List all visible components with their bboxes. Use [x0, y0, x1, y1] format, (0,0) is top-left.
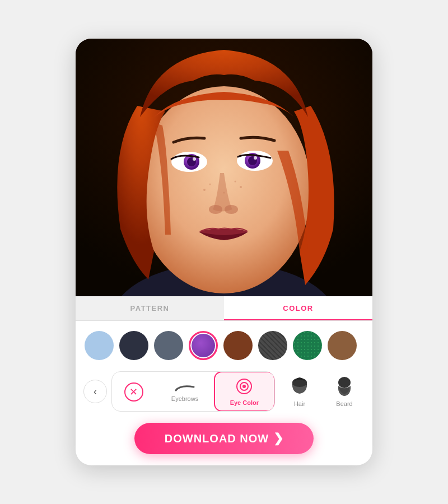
svg-point-16 — [240, 186, 242, 188]
tab-color[interactable]: COLOR — [224, 296, 372, 320]
eye-color-icon — [234, 378, 254, 397]
bottom-tools: ‹ ✕ Eyebrows — [76, 368, 372, 414]
svg-point-24 — [338, 377, 351, 388]
svg-point-17 — [235, 181, 236, 183]
back-button[interactable]: ‹ — [83, 380, 107, 403]
tool-item-eye-color[interactable]: Eye Color — [214, 371, 275, 412]
tool-item-beard[interactable]: Beard — [324, 371, 365, 412]
tab-pattern[interactable]: PATTERN — [76, 296, 224, 320]
app-container: PATTERN COLOR ‹ ✕ — [76, 39, 372, 465]
swatch-warm-brown[interactable] — [328, 331, 357, 360]
chevron-left-icon: ‹ — [94, 386, 97, 398]
eyebrows-label: Eyebrows — [171, 395, 198, 402]
hair-icon — [290, 377, 310, 398]
svg-point-14 — [203, 189, 206, 191]
tool-group: ✕ Eyebrows — [111, 371, 275, 412]
swatch-slate-gray[interactable] — [154, 331, 183, 360]
svg-point-13 — [225, 205, 238, 214]
eye-color-label: Eye Color — [230, 399, 259, 406]
color-swatches — [76, 321, 372, 368]
swatch-dark-gray[interactable] — [258, 331, 287, 360]
face-image — [76, 39, 372, 296]
eyebrows-icon — [175, 382, 195, 394]
tabs-row: PATTERN COLOR — [76, 296, 372, 321]
tool-item-hair[interactable]: Hair — [279, 371, 320, 412]
right-tools: Hair Beard — [279, 371, 365, 412]
swatch-light-blue[interactable] — [85, 331, 114, 360]
svg-point-7 — [193, 157, 196, 161]
download-arrow-icon: ❯ — [273, 431, 283, 446]
svg-point-21 — [242, 385, 246, 388]
tool-item-close[interactable]: ✕ — [112, 372, 155, 411]
download-label: DOWNLOAD NOW — [165, 432, 269, 445]
swatch-green-pattern[interactable] — [293, 331, 322, 360]
svg-point-18 — [223, 192, 225, 194]
svg-point-11 — [254, 156, 257, 160]
swatch-dark-navy[interactable] — [119, 331, 148, 360]
beard-icon — [334, 377, 354, 398]
svg-point-15 — [209, 184, 211, 185]
swatch-brown[interactable] — [223, 331, 253, 360]
download-button[interactable]: DOWNLOAD NOW ❯ — [134, 423, 314, 454]
tool-item-eyebrows[interactable]: Eyebrows — [155, 372, 214, 411]
hair-label: Hair — [294, 400, 305, 407]
beard-label: Beard — [336, 400, 352, 407]
svg-point-12 — [209, 205, 222, 214]
swatch-purple[interactable] — [189, 331, 218, 360]
close-circle-icon: ✕ — [124, 382, 143, 402]
photo-area — [76, 39, 372, 296]
